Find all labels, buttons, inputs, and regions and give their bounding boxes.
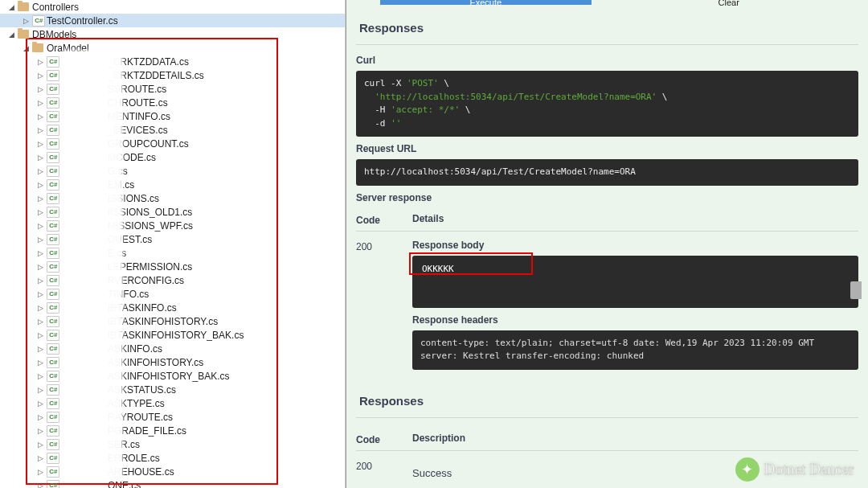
csharp-icon: [47, 330, 59, 341]
file-label: AREHOUSE.cs: [108, 466, 174, 478]
file-label: IBTASKINFO.cs: [108, 302, 177, 314]
file-label: RVERCONFIG.cs: [108, 275, 184, 286]
csharp-icon: [47, 84, 59, 95]
chevron-right-icon[interactable]: ▷: [35, 98, 45, 108]
chevron-right-icon[interactable]: ▷: [35, 426, 45, 436]
file-testcontroller[interactable]: ▷ TestController.cs: [0, 14, 345, 27]
chevron-right-icon[interactable]: ▷: [35, 399, 45, 408]
swagger-panel[interactable]: Execute Clear Responses Curl curl -X 'PO…: [346, 0, 868, 488]
chevron-right-icon[interactable]: ▷: [35, 166, 45, 176]
chevron-right-icon[interactable]: ▷: [35, 453, 45, 463]
chevron-right-icon[interactable]: ▷: [21, 16, 31, 26]
copy-icon[interactable]: [850, 281, 862, 299]
file-item[interactable]: ▷CHROUTE.cs: [0, 96, 345, 109]
chevron-down-icon[interactable]: ◢: [6, 2, 16, 12]
file-item[interactable]: ▷ASKINFOHISTORY.cs: [0, 355, 345, 369]
chevron-down-icon[interactable]: ◢: [21, 43, 31, 53]
file-item[interactable]: ▷RAYROUTE.cs: [0, 410, 345, 424]
chevron-right-icon[interactable]: ▷: [35, 330, 45, 340]
file-item[interactable]: ▷TINFO.cs: [0, 287, 345, 301]
responses-header: Responses: [356, 8, 858, 45]
file-item[interactable]: ▷IBTASKINFO.cs: [0, 301, 345, 314]
chevron-right-icon[interactable]: ▷: [35, 235, 45, 244]
chevron-right-icon[interactable]: ▷: [35, 139, 45, 149]
chevron-right-icon[interactable]: ▷: [35, 371, 45, 381]
chevron-right-icon[interactable]: ▷: [35, 289, 45, 299]
csharp-icon: [47, 193, 59, 204]
file-item[interactable]: ▷MENTINFO.cs: [0, 109, 345, 123]
file-item[interactable]: ▷_CRKTZDDATA.cs: [0, 55, 345, 68]
file-label: EM.cs: [108, 179, 134, 191]
file-item[interactable]: ▷ASKSTATUS.cs: [0, 383, 345, 396]
chevron-right-icon[interactable]: ▷: [35, 153, 45, 162]
folder-oramodel[interactable]: ◢ OraModel: [0, 41, 345, 55]
chevron-right-icon[interactable]: ▷: [35, 385, 45, 395]
file-label: IBTASKINFOHISTORY.cs: [108, 316, 218, 327]
file-item[interactable]: ▷IBTASKINFOHISTORY.cs: [0, 314, 345, 328]
file-item[interactable]: ▷_DEVICES.cs: [0, 123, 345, 137]
chevron-right-icon[interactable]: ▷: [35, 221, 45, 231]
file-item[interactable]: ▷ASKTYPE.cs: [0, 396, 345, 410]
file-item[interactable]: ▷E.cs: [0, 246, 345, 260]
chevron-right-icon[interactable]: ▷: [35, 412, 45, 422]
chevron-right-icon[interactable]: ▷: [35, 262, 45, 272]
file-item[interactable]: ▷EM.cs: [0, 178, 345, 191]
chevron-right-icon[interactable]: ▷: [35, 317, 45, 326]
curl-block[interactable]: curl -X 'POST' \ 'http://localhost:5034/…: [356, 71, 858, 137]
file-item[interactable]: ▷SER.cs: [0, 437, 345, 451]
csharp-icon: [47, 289, 59, 300]
file-item[interactable]: ▷ISSIONS.cs: [0, 191, 345, 205]
file-label: LEPERMISSION.cs: [108, 261, 192, 273]
file-item[interactable]: ▷ONE.cs: [0, 478, 345, 488]
file-item[interactable]: ▷G.cs: [0, 164, 345, 178]
file-item[interactable]: ▷LEPERMISSION.cs: [0, 260, 345, 273]
file-item[interactable]: ▷ASKINFOHISTORY_BAK.cs: [0, 369, 345, 383]
chevron-right-icon[interactable]: ▷: [35, 440, 45, 449]
chevron-right-icon[interactable]: ▷: [35, 71, 45, 80]
file-item[interactable]: ▷IISSIONS_OLD1.cs: [0, 205, 345, 219]
file-item[interactable]: ▷RVERCONFIG.cs: [0, 273, 345, 287]
chevron-right-icon[interactable]: ▷: [35, 125, 45, 135]
code-col-header-2: Code: [356, 433, 412, 445]
chevron-right-icon[interactable]: ▷: [35, 344, 45, 354]
file-item[interactable]: ▷MCODE.cs: [0, 150, 345, 164]
chevron-right-icon[interactable]: ▷: [35, 112, 45, 121]
file-item[interactable]: ▷IBTASKINFOHISTORY_BAK.cs: [0, 328, 345, 342]
chevron-right-icon[interactable]: ▷: [35, 194, 45, 203]
file-item[interactable]: ▷SSROUTE.cs: [0, 82, 345, 96]
response-body-block[interactable]: OKKKKK: [412, 256, 858, 308]
chevron-right-icon[interactable]: ▷: [35, 207, 45, 217]
chevron-right-icon[interactable]: ▷: [35, 481, 45, 489]
chevron-down-icon[interactable]: ◢: [6, 30, 16, 39]
folder-controllers[interactable]: ◢ Controllers: [0, 0, 345, 14]
file-item[interactable]: ▷PGRADE_FILE.cs: [0, 424, 345, 437]
chevron-right-icon[interactable]: ▷: [35, 57, 45, 67]
file-item[interactable]: ▷ASKINFO.cs: [0, 342, 345, 355]
file-item[interactable]: ▷MISSIONS_WPF.cs: [0, 219, 345, 232]
chevron-right-icon[interactable]: ▷: [35, 467, 45, 477]
csharp-icon: [47, 152, 59, 163]
chevron-right-icon[interactable]: ▷: [35, 358, 45, 367]
csharp-icon: [47, 480, 59, 489]
file-item[interactable]: ▷OUEST.cs: [0, 232, 345, 246]
csharp-icon: [47, 412, 59, 423]
csharp-icon: [47, 343, 59, 355]
watermark-text: Dotnet Dancer: [764, 461, 854, 478]
chevron-right-icon[interactable]: ▷: [35, 276, 45, 285]
file-item[interactable]: ▷_CRKTZDDETAILS.cs: [0, 68, 345, 82]
file-item[interactable]: ▷AREHOUSE.cs: [0, 465, 345, 478]
clear-button[interactable]: Clear: [624, 0, 835, 5]
file-item[interactable]: ▷ERROLE.cs: [0, 451, 345, 465]
file-label: _CRKTZDDETAILS.cs: [108, 70, 204, 81]
chevron-right-icon[interactable]: ▷: [35, 303, 45, 313]
solution-explorer[interactable]: ◢ Controllers ▷ TestController.cs ◢ DBMo…: [0, 0, 346, 488]
chevron-right-icon[interactable]: ▷: [35, 248, 45, 258]
request-url-block[interactable]: http://localhost:5034/api/Test/CreateMod…: [356, 159, 858, 186]
chevron-right-icon[interactable]: ▷: [35, 180, 45, 190]
chevron-right-icon[interactable]: ▷: [35, 84, 45, 94]
execute-button[interactable]: Execute: [380, 0, 592, 5]
file-item[interactable]: ▷GROUPCOUNT.cs: [0, 137, 345, 150]
responses-header-2: Responses: [356, 381, 858, 418]
folder-dbmodels[interactable]: ◢ DBModels: [0, 27, 345, 41]
response-headers-block[interactable]: content-type: text/plain; charset=utf-8 …: [412, 330, 858, 370]
